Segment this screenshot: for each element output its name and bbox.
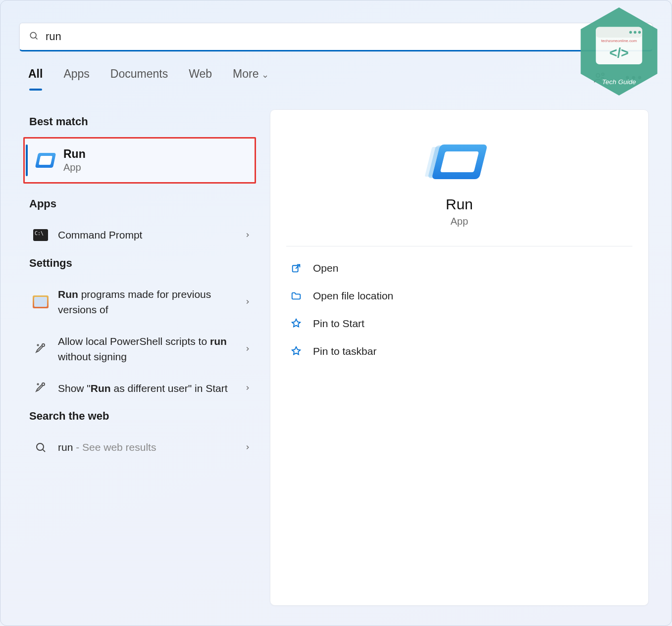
result-setting-runas[interactable]: Show "Run as different user" in Start: [23, 373, 256, 404]
tab-all[interactable]: All: [28, 67, 43, 88]
preview-panel: Run App Open Open file location Pin to S: [270, 109, 649, 606]
search-icon: [32, 440, 49, 455]
result-setting-compat[interactable]: Run programs made for previous versions …: [23, 279, 256, 326]
chevron-down-icon: ⌄: [261, 70, 269, 80]
action-label: Pin to taskbar: [313, 345, 376, 357]
compatibility-icon: [33, 295, 49, 308]
search-icon: [29, 31, 39, 43]
pin-icon: [290, 345, 302, 357]
tab-documents[interactable]: Documents: [110, 67, 168, 88]
action-open[interactable]: Open: [286, 256, 632, 280]
chevron-right-icon: [244, 229, 251, 241]
svg-line-1: [36, 38, 38, 40]
action-pin-start[interactable]: Pin to Start: [286, 312, 632, 336]
run-app-icon-large: [431, 144, 487, 179]
result-setting-powershell[interactable]: Allow local PowerShell scripts to run wi…: [23, 326, 256, 373]
apps-heading: Apps: [29, 197, 256, 210]
filter-tabs: All Apps Documents Web More⌄ •••: [28, 67, 644, 88]
svg-point-4: [42, 344, 45, 346]
command-prompt-icon: [33, 229, 48, 241]
svg-point-2: [596, 73, 600, 77]
action-pin-taskbar[interactable]: Pin to taskbar: [286, 339, 632, 363]
tab-web[interactable]: Web: [189, 67, 212, 88]
result-command-prompt[interactable]: Command Prompt: [23, 219, 256, 251]
result-label: Command Prompt: [58, 227, 235, 243]
result-label: Show "Run as different user" in Start: [58, 381, 235, 396]
svg-point-3: [602, 73, 604, 75]
tools-icon: [32, 381, 49, 395]
pin-icon: [290, 318, 302, 330]
chevron-right-icon: [244, 296, 251, 308]
tab-apps[interactable]: Apps: [63, 67, 89, 88]
tab-more[interactable]: More⌄: [233, 67, 269, 88]
settings-heading: Settings: [29, 257, 256, 270]
svg-rect-8: [293, 266, 298, 272]
tab-more-label: More: [233, 67, 258, 80]
chevron-right-icon: [244, 343, 251, 355]
result-label: Run programs made for previous versions …: [58, 287, 235, 318]
run-app-icon: [35, 153, 56, 168]
svg-point-6: [37, 443, 44, 450]
search-bar[interactable]: [19, 23, 653, 51]
tools-icon: [32, 341, 49, 356]
more-options-icon[interactable]: •••: [625, 71, 644, 85]
preview-title: Run: [446, 196, 473, 213]
result-label: run - See web results: [58, 439, 235, 455]
action-label: Open: [313, 262, 338, 274]
account-icon[interactable]: [593, 71, 607, 85]
web-heading: Search the web: [29, 410, 256, 423]
preview-subtitle: App: [451, 216, 468, 227]
search-input[interactable]: [46, 30, 643, 43]
best-match-title: Run: [63, 147, 86, 161]
svg-point-5: [42, 383, 45, 385]
divider: [286, 246, 632, 246]
chevron-right-icon: [244, 441, 251, 453]
result-web-search[interactable]: run - See web results: [23, 432, 256, 463]
action-label: Pin to Start: [313, 318, 364, 330]
svg-point-0: [30, 32, 36, 38]
svg-line-7: [43, 449, 45, 451]
result-label: Allow local PowerShell scripts to run wi…: [58, 334, 235, 365]
chevron-right-icon: [244, 382, 251, 394]
results-column: Best match Run App Apps Command Prompt S…: [23, 109, 256, 606]
open-icon: [290, 262, 302, 274]
best-match-subtitle: App: [63, 162, 86, 173]
folder-icon: [290, 290, 302, 302]
best-match-result[interactable]: Run App: [23, 137, 256, 184]
action-open-location[interactable]: Open file location: [286, 284, 632, 308]
best-match-heading: Best match: [29, 115, 256, 128]
action-label: Open file location: [313, 290, 393, 302]
